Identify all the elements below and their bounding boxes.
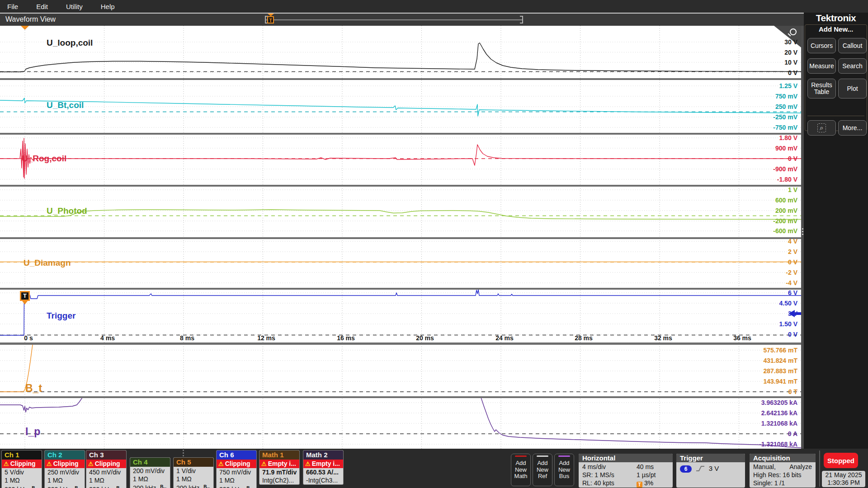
scale-label-c2: 250 mV [775, 103, 797, 111]
badge-row: 1 MΩ [174, 475, 213, 483]
badge-header: Math 1 [259, 450, 299, 460]
warning-icon: ⚠ [88, 460, 94, 467]
add-new-math-button[interactable]: Add New Math [511, 454, 531, 486]
time-axis-label: 12 ms [257, 334, 275, 342]
scale-label-m2: 2.642136 kA [761, 409, 797, 417]
t-icon: T [637, 482, 642, 488]
scale-label-c5: 0 V [788, 258, 797, 266]
trigger-top-marker-icon[interactable] [21, 26, 29, 30]
menu-help[interactable]: Help [101, 3, 115, 10]
badge-row: 200 kHzBw [2, 484, 42, 488]
results-table-button[interactable]: Results Table [807, 79, 836, 99]
scale-label-c4: 600 mV [775, 196, 797, 204]
add-new-ref-button[interactable]: Add New Ref [533, 454, 552, 486]
plot-button[interactable]: Plot [838, 79, 867, 99]
add-new-header: Add New... [804, 25, 868, 33]
more-button[interactable]: More... [838, 120, 867, 136]
hpos-right-bracket [520, 16, 523, 23]
scale-label-m1: 287.883 mT [764, 367, 798, 375]
zoom-region-button[interactable]: ⌕ [807, 120, 836, 136]
page-title: Waveform View [5, 15, 56, 23]
scale-label-c6: 6 V [788, 289, 797, 297]
warning-row: ⚠Empty i... [259, 460, 299, 468]
trigger-position-percent: T3% [637, 479, 653, 488]
warning-icon: ⚠ [261, 460, 267, 467]
cursors-button[interactable]: Cursors [807, 38, 836, 53]
channel-label-c4[interactable]: U_Photod [47, 206, 87, 216]
channel-label-m1[interactable]: B_t [25, 382, 42, 394]
time-axis-label: 20 ms [416, 334, 434, 342]
badge-header: Ch 6 [217, 450, 256, 460]
tektronix-logo: Tektronix [804, 13, 868, 23]
record-length: RL: 40 kpts [582, 479, 614, 487]
badge-row: 200 kHzBw [86, 484, 126, 488]
scale-label-c1: 0 V [788, 69, 797, 77]
add-new-bus-button[interactable]: Add New Bus [554, 454, 574, 486]
badge-row: 1 MΩ [217, 476, 256, 484]
channel-label-c6[interactable]: Trigger [47, 311, 75, 321]
trigger-position-flag-icon[interactable]: T [267, 16, 274, 23]
scale-label-c4: 200 mV [775, 206, 797, 215]
bottom-badge-math-1[interactable]: Math 1⚠Empty i...71.9 mT/divIntg(Ch2)... [259, 450, 300, 485]
badge-row: 200 kHzBw [130, 483, 170, 488]
badge-row: Intg(Ch2)... [259, 476, 299, 484]
bottom-badge-math-2[interactable]: Math 2⚠Empty i...660.53 A/...-Intg(Ch3..… [303, 450, 344, 485]
acq-analyze: Analyze [789, 463, 812, 470]
scale-label-c6: 1.50 V [779, 320, 797, 328]
channel-label-c1[interactable]: U_loop,coil [47, 38, 93, 48]
right-panel: Tektronix Add New... Cursors Callout Mea… [804, 13, 868, 449]
bottom-badge-ch-5[interactable]: Ch 51 V/div1 MΩ200 kHzBw [173, 457, 214, 488]
channel-label-c5[interactable]: U_Diamagn [24, 258, 71, 268]
horizontal-scale: 4 ms/div [582, 463, 606, 470]
scale-label-c4: 1 V [788, 186, 797, 194]
bottom-badge-ch-2[interactable]: Ch 2⚠Clipping250 mV/div1 MΩ200 kHzBw [44, 450, 85, 488]
horizontal-panel[interactable]: Horizontal 4 ms/div 40 ms SR: 1 MS/s 1 µ… [579, 454, 673, 488]
scale-label-c2: 1.25 V [779, 82, 797, 90]
trigger-flag-icon[interactable]: T [20, 291, 30, 301]
channel-label-m2[interactable]: I_p [25, 426, 40, 438]
scale-label-m2: 0 A [788, 430, 797, 438]
menu-file[interactable]: File [7, 3, 18, 10]
badge-row: 660.53 A/... [303, 468, 343, 476]
scale-label-c3: -900 mV [773, 165, 797, 173]
menu-bar: File Edit Utility Help [0, 0, 868, 13]
date-label: 21 May 2025 [822, 471, 865, 479]
bottom-badge-ch-4[interactable]: Ch 4200 mV/div1 MΩ200 kHzBw [130, 457, 170, 488]
scale-label-c3: -1.80 V [777, 175, 797, 183]
run-stop-button[interactable]: Stopped [824, 453, 858, 468]
warning-row: ⚠Clipping [45, 460, 85, 468]
warning-icon: ⚠ [47, 460, 52, 467]
bandwidth-icon: Bw [160, 484, 166, 488]
trigger-panel[interactable]: Trigger 6 3 V [676, 454, 745, 488]
scale-label-c2: -250 mV [773, 113, 797, 121]
scale-label-c3: 900 mV [775, 144, 797, 152]
bottom-badge-ch-3[interactable]: Ch 3⚠Clipping450 mV/div1 MΩ200 kHzBw [86, 450, 127, 488]
search-button[interactable]: Search [838, 58, 867, 74]
badge-row: 250 mV/div [45, 468, 85, 476]
bottom-badge-ch-6[interactable]: Ch 6⚠Clipping750 mV/div1 MΩ200 kHzBw [216, 450, 257, 488]
trigger-flag-tail-icon [22, 301, 28, 305]
channel-label-c3[interactable]: U_Rog,coil [22, 154, 66, 164]
badge-row: 200 mV/div [130, 467, 170, 475]
channel-label-c2[interactable]: U_Bt,coil [47, 100, 84, 110]
warning-row: ⚠Clipping [217, 460, 256, 468]
scale-label-c5: -4 V [786, 279, 797, 287]
horizontal-position-bar[interactable] [265, 19, 523, 20]
trace-c2 [0, 98, 801, 116]
scale-label-c6: 4.50 V [779, 299, 797, 307]
accent-bar [558, 455, 570, 457]
scale-label-m1: 431.824 mT [764, 357, 798, 365]
menu-edit[interactable]: Edit [36, 3, 48, 10]
measure-button[interactable]: Measure [807, 58, 836, 74]
acquisition-panel[interactable]: Acquisition Manual, Analyze High Res: 16… [750, 454, 816, 488]
scale-label-c3: 1.80 V [779, 134, 797, 142]
badge-bar-grip-icon[interactable] [183, 450, 184, 451]
scale-label-c3: 0 V [788, 155, 797, 163]
bandwidth-icon: Bw [32, 486, 38, 488]
time-axis-label: 28 ms [575, 334, 593, 342]
bottom-badge-ch-1[interactable]: Ch 1⚠Clipping5 V/div1 MΩ200 kHzBw [1, 450, 42, 488]
menu-utility[interactable]: Utility [66, 3, 83, 10]
scale-label-c4: -600 mV [773, 227, 797, 235]
waveform-view[interactable]: T 30 V20 V10 V0 V1.25 V750 mV250 mV-250 … [0, 26, 804, 449]
callout-button[interactable]: Callout [838, 38, 867, 53]
